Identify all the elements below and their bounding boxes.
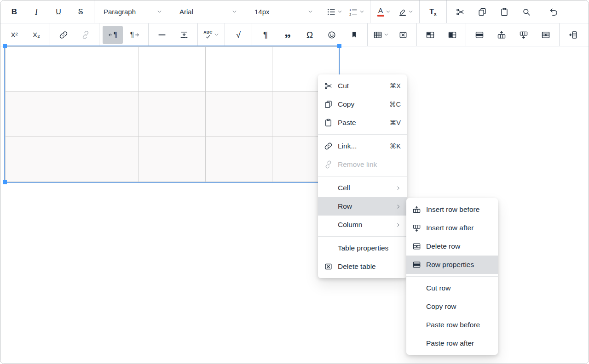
paste-menu-item[interactable]: Paste⌘V (318, 114, 407, 132)
toolbar-separator (367, 23, 368, 46)
insert-row-before-button[interactable] (491, 26, 512, 44)
chevron-down-icon (157, 9, 162, 14)
page-break-button[interactable] (174, 26, 194, 44)
unlink-button (75, 26, 96, 44)
rtl-button[interactable]: ¶ (125, 26, 145, 44)
table-cell[interactable] (139, 137, 206, 182)
delete-table-button[interactable] (393, 26, 413, 44)
insert-column-after-button[interactable] (585, 26, 589, 44)
table-properties-menu-item[interactable]: Table properties (318, 239, 407, 257)
menu-shortcut: ⌘V (390, 119, 401, 126)
emoticon-button[interactable] (322, 26, 342, 44)
table-delete-icon (398, 30, 408, 40)
paste-row-after-menu-item[interactable]: Paste row after (406, 334, 498, 353)
cut-menu-item[interactable]: Cut⌘X (318, 77, 407, 95)
clear-formatting-icon: Tx (429, 8, 436, 16)
table-cell[interactable] (6, 137, 72, 182)
cell-properties-button[interactable] (420, 26, 440, 44)
blockquote-button[interactable]: ” (277, 26, 298, 44)
cut-button[interactable] (450, 3, 470, 21)
clear-formatting-button[interactable]: Tx (423, 3, 443, 21)
cell-menu-item[interactable]: Cell (318, 179, 407, 197)
cut-row-menu-item[interactable]: Cut row (406, 279, 498, 297)
menu-item-label: Row (338, 202, 352, 210)
anchor-button[interactable] (344, 26, 364, 44)
toolbar-separator (466, 23, 466, 46)
copy-menu-item[interactable]: Copy⌘C (318, 95, 407, 114)
horizontal-rule-button[interactable] (152, 26, 172, 44)
row-properties-icon (412, 260, 421, 269)
strikethrough-button[interactable]: S (70, 3, 91, 21)
underline-button[interactable]: U (48, 3, 69, 21)
table-cell[interactable] (206, 137, 272, 182)
select-value: Paragraph (104, 8, 136, 16)
bullet-list-button[interactable] (324, 3, 345, 21)
table-cell[interactable] (139, 92, 206, 137)
paste-row-before-menu-item[interactable]: Paste row before (406, 316, 498, 334)
font-family-select[interactable]: Arial (173, 3, 242, 21)
toolbar-separator (94, 0, 94, 23)
editor-canvas[interactable] (0, 46, 589, 364)
paste-button[interactable] (494, 3, 514, 21)
text-color-icon: A (377, 7, 384, 17)
subscript-button[interactable]: X₂ (26, 26, 46, 44)
insert-row-after-menu-item[interactable]: Insert row after (406, 219, 498, 237)
special-character-icon: Ω (306, 30, 313, 39)
highlight-color-button[interactable] (396, 3, 416, 21)
special-character-button[interactable]: Ω (300, 26, 320, 44)
paragraph-format-select[interactable]: Paragraph (98, 3, 167, 21)
content-table[interactable] (5, 46, 339, 182)
insert-column-before-button[interactable] (563, 26, 583, 44)
copy-row-menu-item[interactable]: Copy row (406, 297, 498, 316)
table-resize-handle-tl[interactable] (3, 44, 7, 48)
arrow-left-icon (108, 33, 113, 37)
delete-row-icon (541, 30, 550, 40)
table-cell[interactable] (6, 92, 72, 137)
menu-divider (318, 176, 407, 176)
link-menu-item[interactable]: Link...⌘K (318, 137, 407, 155)
text-color-swatch (377, 15, 384, 17)
unlink-icon (324, 160, 333, 169)
font-size-select[interactable]: 14px (248, 3, 318, 21)
italic-button[interactable]: I (26, 3, 46, 21)
link-button[interactable] (53, 26, 74, 44)
menu-shortcut: ⌘K (390, 142, 401, 150)
paste-icon (500, 7, 509, 17)
bold-button[interactable]: B (4, 3, 24, 21)
row-properties-button[interactable] (469, 26, 490, 44)
column-menu-item[interactable]: Column (318, 216, 407, 234)
table-cell[interactable] (206, 47, 272, 92)
copy-button[interactable] (472, 3, 492, 21)
numbered-list-button[interactable]: 12 (346, 3, 367, 21)
delete-row-button[interactable] (536, 26, 556, 44)
table-resize-handle-tr[interactable] (337, 44, 341, 48)
delete-row-menu-item[interactable]: Delete row (406, 237, 498, 256)
formula-button[interactable]: √ (228, 26, 248, 44)
search-button[interactable] (516, 3, 537, 21)
table-cell[interactable] (72, 92, 139, 137)
row-properties-menu-item[interactable]: Row properties (406, 256, 498, 274)
table-cell[interactable] (139, 47, 206, 92)
table-cell[interactable] (72, 47, 139, 92)
table-cell[interactable] (6, 47, 72, 92)
select-value: Arial (179, 8, 193, 16)
insert-table-button[interactable] (371, 26, 391, 44)
menu-item-label: Delete row (426, 242, 460, 250)
remove-link-menu-item: Remove link (318, 155, 407, 174)
spellcheck-button[interactable]: ABC (201, 26, 221, 44)
superscript-button[interactable]: X² (4, 26, 24, 44)
row-menu-item[interactable]: Row (318, 197, 407, 216)
menu-shortcut: ⌘C (389, 101, 401, 108)
insert-row-after-button[interactable] (514, 26, 534, 44)
table-resize-handle-bl[interactable] (3, 180, 7, 184)
table-cell[interactable] (206, 92, 272, 137)
insert-row-before-menu-item[interactable]: Insert row before (406, 200, 498, 219)
merge-cells-button[interactable] (442, 26, 462, 44)
insert-row-after-icon (412, 223, 421, 233)
ltr-button[interactable]: ¶ (103, 26, 123, 44)
undo-button[interactable] (543, 3, 564, 21)
text-color-button[interactable]: A (374, 3, 394, 21)
table-cell[interactable] (72, 137, 139, 182)
delete-table-menu-item[interactable]: Delete table (318, 257, 407, 276)
paragraph-mark-button[interactable]: ¶ (255, 26, 276, 44)
